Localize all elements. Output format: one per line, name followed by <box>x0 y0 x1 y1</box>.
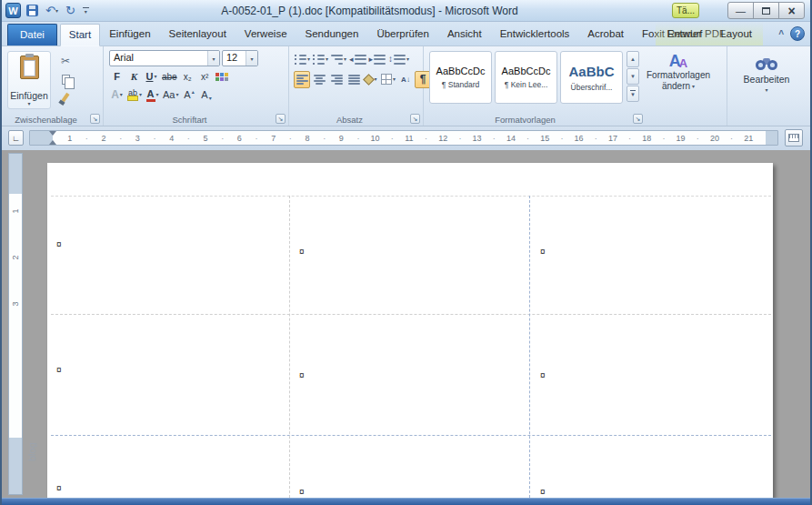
quick-access-toolbar: W ↶▾ ↻ ▾ <box>2 3 91 19</box>
close-button[interactable]: × <box>778 2 805 19</box>
bold-button[interactable]: F <box>109 69 125 85</box>
word-logo-icon[interactable]: W <box>5 3 21 18</box>
line-spacing-button[interactable]: ↕▾ <box>387 51 410 68</box>
styles-dialog-launcher[interactable]: ↘ <box>633 114 643 124</box>
table-cell-marker[interactable]: ¤ <box>299 247 305 257</box>
gallery-scroll-up-button[interactable]: ▲ <box>627 51 639 67</box>
redo-button[interactable]: ↻ <box>64 3 77 19</box>
restore-button[interactable] <box>753 2 779 19</box>
align-left-button[interactable] <box>294 71 310 88</box>
editing-button[interactable]: Bearbeiten ▾ <box>729 49 804 93</box>
clipboard-dialog-launcher[interactable]: ↘ <box>90 114 100 124</box>
table-cell-marker[interactable]: ¤ <box>299 487 305 497</box>
borders-button[interactable]: ▾ <box>380 71 396 88</box>
grow-font-button[interactable]: A▴ <box>182 87 197 103</box>
save-button[interactable] <box>25 3 40 19</box>
close-icon: × <box>787 5 795 17</box>
ruler-mark-8: 8 <box>290 131 324 145</box>
tab-seitenlayout[interactable]: Seitenlayout <box>160 23 236 45</box>
shading-button[interactable]: ▾ <box>363 71 379 88</box>
hanging-indent-marker[interactable] <box>49 140 56 145</box>
paste-button[interactable]: Einfügen▾ <box>7 51 51 109</box>
font-size-value: 12 <box>223 51 246 66</box>
gallery-more-button[interactable]: ▼ <box>627 86 639 102</box>
minimize-button[interactable]: — <box>727 2 754 19</box>
undo-button[interactable]: ↶▾ <box>44 3 60 19</box>
style-card--kein-lee-[interactable]: AaBbCcDc¶ Kein Lee... <box>495 51 557 104</box>
tab-ansicht[interactable]: Ansicht <box>438 23 491 45</box>
format-painter-button[interactable] <box>55 89 75 106</box>
align-right-button[interactable] <box>328 71 345 88</box>
table-tools-contextual-button[interactable]: Tä... <box>672 3 699 18</box>
table-cell-marker[interactable]: ¤ <box>299 370 305 380</box>
font-dialog-launcher[interactable]: ↘ <box>276 114 286 124</box>
horizontal-ruler[interactable]: 123456789101112131415161718192021 <box>29 130 778 146</box>
bullets-button[interactable]: ▾ <box>294 51 311 68</box>
ruler-mark-6: 6 <box>223 131 256 145</box>
align-center-button[interactable] <box>311 71 327 88</box>
tab-datei[interactable]: Datei <box>7 24 57 45</box>
multilevel-list-icon <box>331 55 343 65</box>
subscript-button[interactable]: x₂ <box>180 69 195 85</box>
paragraph-dialog-launcher[interactable]: ↘ <box>410 114 420 124</box>
help-button[interactable]: ? <box>790 26 805 41</box>
strikethrough-button[interactable]: abe <box>161 69 178 85</box>
undo-dropdown-icon: ▾ <box>55 8 58 14</box>
change-case-button[interactable]: Aa▾ <box>162 87 179 103</box>
copy-icon <box>62 75 70 85</box>
tab-einfügen[interactable]: Einfügen <box>100 23 159 45</box>
style-card--standard[interactable]: AaBbCcDc¶ Standard <box>429 51 492 104</box>
change-styles-button[interactable]: AA Formatvorlagen ändern▾ <box>643 49 714 91</box>
view-ruler-toggle-button[interactable] <box>785 129 803 146</box>
copy-button[interactable] <box>55 71 75 87</box>
multilevel-list-button[interactable]: ▾ <box>330 51 347 68</box>
borders-grid-icon <box>381 74 392 85</box>
clipboard-group-label: Zwischenablage <box>2 115 90 125</box>
tab-verweise[interactable]: Verweise <box>236 23 296 45</box>
superscript-button[interactable]: x² <box>197 69 213 85</box>
collapse-ribbon-icon[interactable]: ^ <box>778 29 784 39</box>
tab-überprüfen[interactable]: Überprüfen <box>367 23 438 45</box>
font-family-combo[interactable]: Arial ▾ <box>109 50 220 66</box>
text-effects-button[interactable]: A▾ <box>109 87 125 103</box>
brush-icon <box>61 93 69 102</box>
tab-start[interactable]: Start <box>60 24 100 46</box>
document-page[interactable]: ¤ ¤ ¤ ¤ ¤ ¤ ¤ ¤ ¤ <box>47 163 773 498</box>
table-cell-marker[interactable]: ¤ <box>540 487 546 497</box>
contextual-tab-entwurf[interactable]: Entwurf <box>657 23 711 45</box>
table-cell-marker[interactable]: ¤ <box>56 239 62 249</box>
editing-group: Bearbeiten ▾ <box>727 46 806 126</box>
ruler-mark-19: 19 <box>664 131 697 145</box>
shrink-font-button[interactable]: A▾ <box>199 87 215 103</box>
table-cell-marker[interactable]: ¤ <box>540 370 546 380</box>
customize-qat-button[interactable]: ▾ <box>81 3 91 19</box>
tab-sendungen[interactable]: Sendungen <box>296 23 368 45</box>
font-size-combo[interactable]: 12 ▾ <box>222 50 258 66</box>
cut-button[interactable]: ✂ <box>55 53 75 69</box>
table-cell-marker[interactable]: ¤ <box>56 483 62 493</box>
font-color-button[interactable]: A▾ <box>145 87 160 103</box>
style-card-überschrif-[interactable]: AaBbCÜberschrif... <box>560 51 623 104</box>
first-line-indent-marker[interactable] <box>49 131 56 136</box>
increase-indent-button[interactable]: ▸ <box>368 51 387 68</box>
tab-selector-button[interactable]: ∟ <box>8 130 24 146</box>
special-characters-button[interactable] <box>215 69 230 85</box>
styles-gallery-scroll: ▲ ▼ ▼ <box>627 49 639 102</box>
tab-entwicklertools[interactable]: Entwicklertools <box>491 23 579 45</box>
gallery-scroll-down-button[interactable]: ▼ <box>627 68 639 85</box>
table-cell-marker[interactable]: ¤ <box>540 247 546 257</box>
font-size-dropdown-icon[interactable]: ▾ <box>246 51 257 66</box>
minimize-icon: — <box>736 5 746 16</box>
numbering-button[interactable]: ▾ <box>312 51 329 68</box>
justify-button[interactable] <box>346 71 362 88</box>
sort-button[interactable]: A↓ <box>397 71 414 88</box>
tab-acrobat[interactable]: Acrobat <box>578 23 633 45</box>
underline-button[interactable]: U▾ <box>144 69 159 85</box>
vertical-ruler[interactable]: 123 <box>8 153 23 495</box>
decrease-indent-button[interactable]: ◂ <box>348 51 367 68</box>
contextual-tab-layout[interactable]: Layout <box>711 23 761 45</box>
highlight-button[interactable]: ab▾ <box>126 87 143 103</box>
italic-button[interactable]: K <box>126 69 142 85</box>
font-family-dropdown-icon[interactable]: ▾ <box>207 51 219 66</box>
table-cell-marker[interactable]: ¤ <box>56 365 62 375</box>
